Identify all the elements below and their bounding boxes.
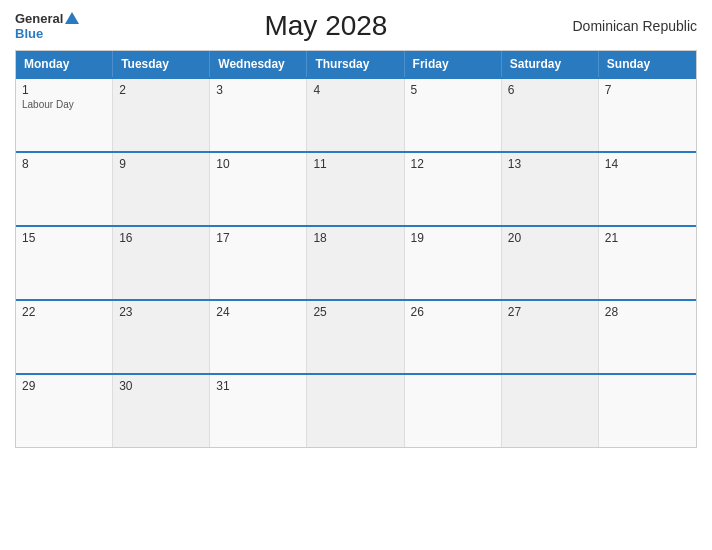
- calendar-cell: 2: [113, 79, 210, 151]
- calendar-cell: 20: [502, 227, 599, 299]
- calendar-week-3: 15161718192021: [16, 225, 696, 299]
- day-number: 13: [508, 157, 592, 171]
- calendar-cell: 5: [405, 79, 502, 151]
- day-number: 31: [216, 379, 300, 393]
- day-number: 28: [605, 305, 690, 319]
- calendar-cell: 29: [16, 375, 113, 447]
- calendar-cell: 23: [113, 301, 210, 373]
- day-number: 14: [605, 157, 690, 171]
- day-number: 16: [119, 231, 203, 245]
- calendar-cell: 16: [113, 227, 210, 299]
- day-number: 2: [119, 83, 203, 97]
- calendar-cell: 6: [502, 79, 599, 151]
- calendar-cell: 13: [502, 153, 599, 225]
- calendar-cell: 19: [405, 227, 502, 299]
- header-cell-wednesday: Wednesday: [210, 51, 307, 77]
- day-number: 26: [411, 305, 495, 319]
- logo-blue-text: Blue: [15, 26, 43, 41]
- day-number: 21: [605, 231, 690, 245]
- calendar-cell: 11: [307, 153, 404, 225]
- country-name: Dominican Republic: [572, 18, 697, 34]
- day-number: 22: [22, 305, 106, 319]
- header-cell-thursday: Thursday: [307, 51, 404, 77]
- day-number: 1: [22, 83, 106, 97]
- calendar-cell: 15: [16, 227, 113, 299]
- calendar: MondayTuesdayWednesdayThursdayFridaySatu…: [15, 50, 697, 448]
- calendar-cell: 4: [307, 79, 404, 151]
- calendar-week-2: 891011121314: [16, 151, 696, 225]
- calendar-cell: 24: [210, 301, 307, 373]
- calendar-title: May 2028: [264, 10, 387, 42]
- calendar-cell: 12: [405, 153, 502, 225]
- day-event: Labour Day: [22, 99, 106, 110]
- calendar-cell: 22: [16, 301, 113, 373]
- day-number: 3: [216, 83, 300, 97]
- day-number: 15: [22, 231, 106, 245]
- calendar-cell: 31: [210, 375, 307, 447]
- header-cell-saturday: Saturday: [502, 51, 599, 77]
- calendar-cell: 10: [210, 153, 307, 225]
- day-number: 7: [605, 83, 690, 97]
- logo-triangle-icon: [65, 12, 79, 24]
- header-cell-sunday: Sunday: [599, 51, 696, 77]
- day-number: 4: [313, 83, 397, 97]
- day-number: 23: [119, 305, 203, 319]
- header-cell-monday: Monday: [16, 51, 113, 77]
- calendar-cell: [502, 375, 599, 447]
- calendar-body: 1Labour Day23456789101112131415161718192…: [16, 77, 696, 447]
- logo: General Blue: [15, 11, 79, 41]
- calendar-cell: 14: [599, 153, 696, 225]
- day-number: 10: [216, 157, 300, 171]
- calendar-cell: 25: [307, 301, 404, 373]
- calendar-cell: 18: [307, 227, 404, 299]
- day-number: 18: [313, 231, 397, 245]
- calendar-cell: 26: [405, 301, 502, 373]
- day-number: 25: [313, 305, 397, 319]
- calendar-cell: [599, 375, 696, 447]
- day-number: 29: [22, 379, 106, 393]
- calendar-cell: 21: [599, 227, 696, 299]
- calendar-cell: 9: [113, 153, 210, 225]
- day-number: 8: [22, 157, 106, 171]
- calendar-cell: 8: [16, 153, 113, 225]
- day-number: 24: [216, 305, 300, 319]
- day-number: 17: [216, 231, 300, 245]
- calendar-week-1: 1Labour Day234567: [16, 77, 696, 151]
- calendar-cell: 1Labour Day: [16, 79, 113, 151]
- header-cell-friday: Friday: [405, 51, 502, 77]
- day-number: 19: [411, 231, 495, 245]
- calendar-cell: [405, 375, 502, 447]
- calendar-cell: 17: [210, 227, 307, 299]
- day-number: 20: [508, 231, 592, 245]
- day-number: 30: [119, 379, 203, 393]
- day-number: 11: [313, 157, 397, 171]
- calendar-cell: 27: [502, 301, 599, 373]
- day-number: 27: [508, 305, 592, 319]
- calendar-cell: 30: [113, 375, 210, 447]
- calendar-cell: [307, 375, 404, 447]
- day-number: 6: [508, 83, 592, 97]
- calendar-cell: 28: [599, 301, 696, 373]
- calendar-week-5: 293031: [16, 373, 696, 447]
- page-header: General Blue May 2028 Dominican Republic: [15, 10, 697, 42]
- calendar-cell: 7: [599, 79, 696, 151]
- calendar-week-4: 22232425262728: [16, 299, 696, 373]
- day-number: 5: [411, 83, 495, 97]
- calendar-header: MondayTuesdayWednesdayThursdayFridaySatu…: [16, 51, 696, 77]
- day-number: 9: [119, 157, 203, 171]
- logo-general-text: General: [15, 11, 63, 26]
- header-cell-tuesday: Tuesday: [113, 51, 210, 77]
- day-number: 12: [411, 157, 495, 171]
- calendar-cell: 3: [210, 79, 307, 151]
